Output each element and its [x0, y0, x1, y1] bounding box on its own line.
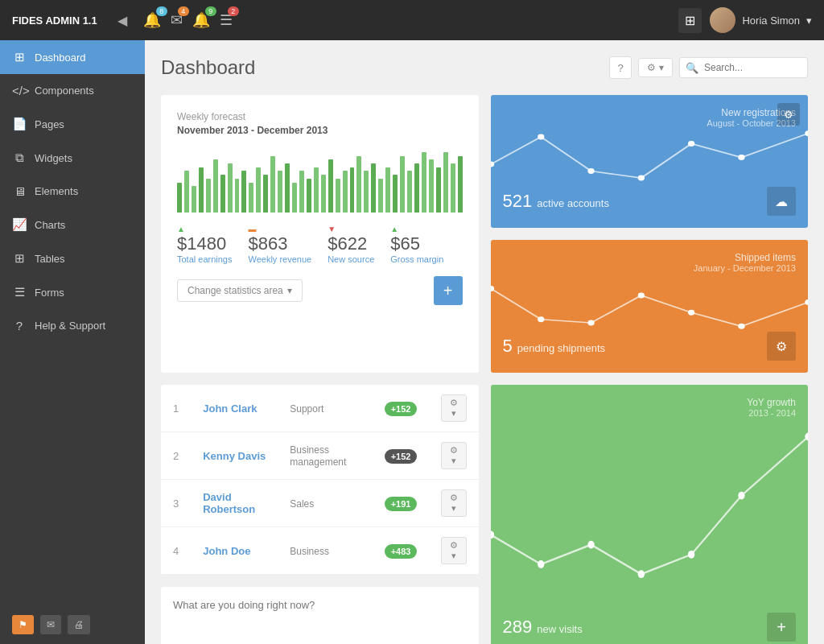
components-icon: </>: [12, 84, 27, 97]
topbar-alert-icon[interactable]: 🔔 9: [192, 11, 210, 29]
row-action[interactable]: ⚙ ▾: [429, 480, 478, 527]
svg-point-5: [738, 155, 744, 160]
envelope-button[interactable]: ✉: [40, 615, 61, 634]
line-chart-yoy: [491, 417, 809, 613]
sidebar-item-pages[interactable]: 📄 Pages: [0, 107, 145, 141]
dashboard-icon: ⊞: [12, 50, 27, 64]
row-num: 2: [161, 432, 191, 480]
settings-button[interactable]: ⚙ ▾: [638, 58, 673, 77]
svg-point-15: [538, 560, 544, 568]
sidebar-bottom-actions: ⚑ ✉ 🖨: [0, 605, 145, 644]
svg-point-2: [587, 168, 594, 174]
sidebar-item-components[interactable]: </> Components: [0, 74, 145, 107]
stat-value-earnings: $1480: [177, 233, 233, 254]
panel-settings-registrations[interactable]: ⚙: [777, 103, 800, 126]
sidebar-item-widgets[interactable]: ⧉ Widgets: [0, 141, 145, 175]
row-name: Kenny Davis: [191, 432, 278, 480]
table-row: 3 David Robertson Sales +191 ⚙ ▾: [161, 480, 479, 527]
grid-view-button[interactable]: ⊞: [678, 8, 702, 33]
stat-label-source: New source: [328, 254, 374, 264]
stats-row: ▲ $1480 Total earnings ▬ $863 Weekly rev…: [177, 225, 463, 264]
stats-panels: New registrations August - October 2013: [491, 95, 809, 373]
bar-16: [292, 183, 297, 213]
user-chevron-icon: ▾: [806, 14, 812, 27]
stat-value-source: $622: [328, 233, 374, 254]
sidebar-item-dashboard[interactable]: ⊞ Dashboard: [0, 40, 145, 74]
sidebar-item-elements[interactable]: 🖥 Elements: [0, 175, 145, 208]
sidebar-item-forms[interactable]: ☰ Forms: [0, 275, 145, 309]
change-stats-bar: Change statistics area ▾ +: [177, 276, 463, 305]
search-input[interactable]: [679, 57, 808, 78]
svg-point-4: [688, 141, 694, 147]
list-badge: 2: [228, 6, 239, 16]
bar-26: [364, 171, 369, 213]
topbar: FIDES ADMIN 1.1 ◀ 🔔 8 ✉ 4 🔔 9 ☰ 2 ⊞ Hori…: [0, 0, 824, 40]
row-action-button[interactable]: ⚙ ▾: [441, 442, 466, 469]
forecast-title: Weekly forecast: [177, 111, 463, 122]
user-info[interactable]: Horia Simon ▾: [710, 7, 812, 33]
activity-textarea[interactable]: [173, 599, 467, 639]
row-action-button[interactable]: ⚙ ▾: [441, 537, 466, 564]
bar-28: [378, 179, 383, 213]
bar-31: [400, 156, 405, 213]
bar-20: [321, 175, 326, 213]
mail-badge: 4: [178, 6, 189, 16]
svg-point-9: [587, 320, 594, 326]
change-stats-button[interactable]: Change statistics area ▾: [177, 279, 303, 302]
sidebar-label-pages: Pages: [35, 118, 64, 130]
avatar: [710, 7, 735, 33]
row-name: John Clark: [191, 385, 278, 432]
pages-icon: 📄: [12, 117, 27, 131]
sidebar-item-tables[interactable]: ⊞ Tables: [0, 242, 145, 275]
bar-27: [371, 163, 376, 213]
flag-button[interactable]: ⚑: [12, 615, 34, 634]
sidebar-toggle[interactable]: ◀: [117, 13, 127, 28]
header-actions: ? ⚙ ▾ 🔍: [609, 56, 808, 79]
arrow-up-icon-2: ▲: [390, 225, 443, 233]
row-action[interactable]: ⚙ ▾: [429, 432, 478, 480]
print-button[interactable]: 🖨: [68, 615, 90, 634]
row-dept: Business management: [278, 432, 372, 480]
search-icon: 🔍: [686, 62, 698, 74]
topbar-bell-icon[interactable]: 🔔 8: [143, 11, 161, 29]
row-action[interactable]: ⚙ ▾: [429, 527, 478, 575]
bar-8: [235, 179, 240, 213]
table-row: 2 Kenny Davis Business management +152 ⚙…: [161, 432, 479, 480]
main-content: Dashboard ? ⚙ ▾ 🔍 Weekly forecast Novemb…: [145, 40, 824, 644]
help-button[interactable]: ?: [609, 56, 632, 79]
row-action-button[interactable]: ⚙ ▾: [441, 489, 466, 517]
row-dept: Sales: [278, 480, 372, 527]
sidebar-item-help[interactable]: ? Help & Support: [0, 309, 145, 342]
bar-chart: [177, 148, 463, 213]
bottom-row: 1 John Clark Support +152 ⚙ ▾ 2 Kenny Da…: [161, 385, 808, 644]
svg-point-3: [637, 175, 644, 181]
row-badge: +152: [373, 385, 430, 432]
row-badge: +152: [373, 432, 430, 480]
topbar-mail-icon[interactable]: ✉ 4: [171, 11, 183, 29]
panel-action-yoy[interactable]: +: [767, 613, 796, 642]
sidebar-label-charts: Charts: [35, 219, 65, 231]
svg-point-16: [587, 541, 594, 549]
bar-35: [429, 159, 434, 213]
row-dept: Support: [278, 385, 372, 432]
bar-13: [270, 156, 275, 213]
add-button[interactable]: +: [434, 276, 463, 305]
bar-0: [177, 183, 182, 213]
bar-33: [414, 163, 419, 213]
main-layout: ⊞ Dashboard </> Components 📄 Pages ⧉ Wid…: [0, 40, 824, 644]
row-action[interactable]: ⚙ ▾: [429, 385, 478, 432]
row-action-button[interactable]: ⚙ ▾: [441, 394, 466, 422]
bar-4: [206, 179, 211, 213]
line-chart-shipped: [491, 268, 809, 336]
bar-34: [422, 152, 426, 213]
sidebar-item-charts[interactable]: 📈 Charts: [0, 208, 145, 242]
svg-point-13: [805, 299, 808, 305]
users-card: 1 John Clark Support +152 ⚙ ▾ 2 Kenny Da…: [161, 385, 479, 575]
bar-30: [393, 175, 398, 213]
forecast-card: Weekly forecast November 2013 - December…: [161, 95, 479, 373]
change-stats-label: Change statistics area: [187, 285, 283, 296]
arrow-down-icon: ▼: [328, 225, 374, 233]
panel-yoy-growth: YoY growth 2013 - 2014: [491, 385, 809, 644]
tables-icon: ⊞: [12, 251, 27, 266]
topbar-list-icon[interactable]: ☰ 2: [220, 11, 233, 29]
